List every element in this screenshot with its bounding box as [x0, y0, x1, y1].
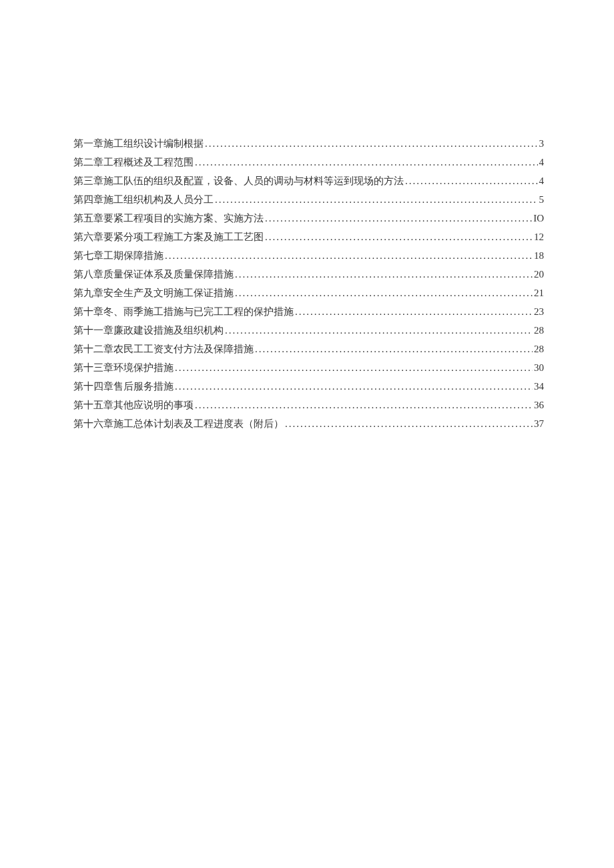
toc-entry-title: 第十四章售后服务措施 — [73, 380, 174, 393]
toc-entry: 第六章要紧分项工程施工方案及施工工艺图 12 — [73, 231, 544, 244]
toc-dots — [215, 194, 538, 205]
toc-dots — [165, 250, 533, 262]
toc-entry: 第十五章其他应说明的事项 36 — [73, 399, 544, 412]
toc-entry-page: 37 — [534, 418, 544, 430]
toc-entry: 第十四章售后服务措施 34 — [73, 380, 544, 393]
toc-dots — [205, 138, 538, 149]
toc-dots — [175, 362, 533, 374]
toc-dots — [175, 381, 533, 392]
toc-entry-page: 30 — [534, 362, 544, 374]
toc-entry-page: 18 — [534, 250, 544, 262]
toc-dots — [225, 325, 533, 336]
toc-dots — [195, 400, 533, 411]
toc-entry: 第四章施工组织机构及人员分工 5 — [73, 193, 544, 206]
toc-dots — [235, 269, 533, 280]
toc-entry-page: 5 — [539, 194, 545, 205]
toc-entry: 第二章工程概述及工程范围 4 — [73, 156, 544, 169]
toc-entry-title: 第六章要紧分项工程施工方案及施工工艺图 — [73, 231, 264, 244]
toc-dots — [405, 175, 538, 187]
toc-entry-page: 4 — [539, 157, 545, 168]
toc-entry-title: 第四章施工组织机构及人员分工 — [73, 193, 214, 206]
toc-entry-page: 20 — [534, 269, 544, 280]
toc-entry: 第七章工期保障措施 18 — [73, 250, 544, 262]
toc-entry-title: 第十六章施工总体计划表及工程进度表（附后） — [73, 418, 284, 430]
toc-entry-title: 第十章冬、雨季施工措施与已完工工程的保护措施 — [73, 306, 294, 318]
toc-entry-page: 36 — [534, 400, 544, 411]
toc-entry: 第十一章廉政建设措施及组织机构 28 — [73, 324, 544, 337]
toc-entry: 第十三章环境保护措施 30 — [73, 362, 544, 374]
toc-entry-page: 3 — [539, 138, 545, 149]
toc-entry-page: 34 — [534, 381, 544, 392]
toc-entry-title: 第五章要紧工程项目的实施方案、实施方法 — [73, 212, 264, 225]
toc-entry-title: 第九章安全生产及文明施工保证措施 — [73, 287, 234, 300]
toc-entry-page: 12 — [534, 232, 544, 243]
toc-dots — [195, 157, 538, 168]
toc-entry-page: IO — [533, 213, 544, 224]
toc-entry-title: 第十一章廉政建设措施及组织机构 — [73, 324, 224, 337]
toc-entry: 第三章施工队伍的组织及配置，设备、人员的调动与材料等运到现场的方法 4 — [73, 175, 544, 187]
toc-entry: 第十二章农民工工资支付方法及保障措施 28 — [73, 343, 544, 356]
toc-dots — [265, 232, 533, 243]
toc-entry-page: 23 — [534, 306, 544, 318]
toc-entry-title: 第七章工期保障措施 — [73, 250, 164, 262]
toc-entry-title: 第十五章其他应说明的事项 — [73, 399, 194, 412]
toc-entry: 第八章质量保证体系及质量保障措施 20 — [73, 268, 544, 281]
toc-entry-page: 21 — [534, 288, 544, 299]
toc-dots — [235, 288, 533, 299]
toc-entry: 第一章施工组织设计编制根据 3 — [73, 137, 544, 150]
toc-entry: 第五章要紧工程项目的实施方案、实施方法 IO — [73, 212, 544, 225]
toc-entry-title: 第十二章农民工工资支付方法及保障措施 — [73, 343, 254, 356]
toc-entry: 第九章安全生产及文明施工保证措施 21 — [73, 287, 544, 300]
toc-dots — [255, 344, 533, 355]
toc-entry: 第十章冬、雨季施工措施与已完工工程的保护措施 23 — [73, 306, 544, 318]
toc-entry-title: 第八章质量保证体系及质量保障措施 — [73, 268, 234, 281]
toc-entry-page: 28 — [534, 344, 544, 355]
toc-entry-title: 第三章施工队伍的组织及配置，设备、人员的调动与材料等运到现场的方法 — [73, 175, 404, 187]
toc-entry-page: 28 — [534, 325, 544, 336]
toc-dots — [285, 418, 533, 430]
toc-entry-title: 第二章工程概述及工程范围 — [73, 156, 194, 169]
toc-entry-page: 4 — [539, 175, 545, 187]
toc-entry: 第十六章施工总体计划表及工程进度表（附后） 37 — [73, 418, 544, 430]
document-page: 第一章施工组织设计编制根据 3 第二章工程概述及工程范围 4 第三章施工队伍的组… — [0, 0, 614, 430]
toc-dots — [265, 213, 532, 224]
toc-entry-title: 第一章施工组织设计编制根据 — [73, 137, 204, 150]
toc-dots — [295, 306, 533, 318]
toc-entry-title: 第十三章环境保护措施 — [73, 362, 174, 374]
table-of-contents: 第一章施工组织设计编制根据 3 第二章工程概述及工程范围 4 第三章施工队伍的组… — [73, 137, 544, 430]
